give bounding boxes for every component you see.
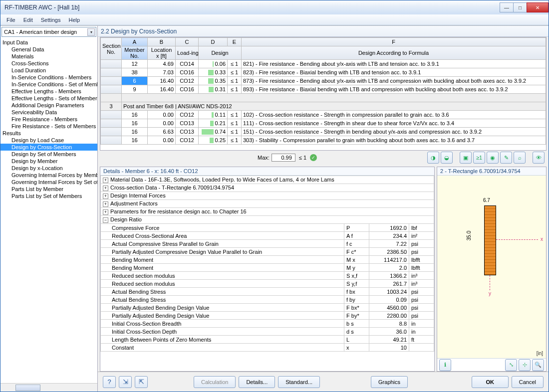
titlebar: RF-TIMBER AWC - [Hall 1b] — □ ✕ bbox=[0, 0, 549, 14]
result-toolbar: ◑ ◒ ▣ ≥1 ◉ ✎ ⌕ 👁 bbox=[427, 152, 545, 164]
max-le: ≤ 1 bbox=[297, 155, 308, 161]
menu-file[interactable]: File bbox=[2, 15, 19, 24]
tree-item[interactable]: Fire Resistance - Sets of Members bbox=[0, 123, 97, 130]
window-title: RF-TIMBER AWC - [Hall 1b] bbox=[4, 4, 79, 11]
results-grid[interactable]: SectionNo.ABCDEFMemberNo.Locationx [ft]L… bbox=[100, 37, 547, 151]
tree-item[interactable]: Parts List by Member bbox=[0, 186, 97, 193]
cs-tool-3[interactable]: 🔍 bbox=[532, 359, 544, 371]
tree-item[interactable]: Governing Internal Forces by Member bbox=[0, 172, 97, 179]
tree-item[interactable]: In-Service Conditions - Set of Members bbox=[0, 81, 97, 88]
axis-y bbox=[490, 275, 490, 290]
tree-item[interactable]: Effective Lengths - Sets of Members bbox=[0, 95, 97, 102]
graphics-button[interactable]: Graphics bbox=[371, 376, 408, 388]
chevron-down-icon: ▾ bbox=[87, 28, 95, 36]
calculation-button[interactable]: Calculation bbox=[194, 376, 236, 388]
tree-item[interactable]: Design by Cross-Section bbox=[0, 144, 97, 151]
tree-item[interactable]: In-Service Conditions - Members bbox=[0, 74, 97, 81]
toolbar-btn-4[interactable]: ≥1 bbox=[473, 152, 485, 164]
detail-row: Length Between Points of Zero MomentsL49… bbox=[101, 336, 434, 344]
max-label: Max: bbox=[258, 155, 270, 161]
cs-tool-2[interactable]: ⊹ bbox=[519, 359, 531, 371]
details-header: Details - Member 6 - x: 16.40 ft - CO12 bbox=[100, 167, 434, 176]
export-button-1[interactable]: ⇲ bbox=[119, 376, 132, 388]
nav-tree[interactable]: Input DataGeneral DataMaterialsCross-Sec… bbox=[0, 38, 97, 383]
tree-item[interactable]: Additional Design Parameters bbox=[0, 102, 97, 109]
tree-header: Input Data bbox=[0, 39, 97, 46]
section-title: 2.2 Design by Cross-Section bbox=[98, 26, 549, 37]
toolbar-btn-eye[interactable]: 👁 bbox=[533, 152, 545, 164]
toolbar-btn-2[interactable]: ◒ bbox=[441, 152, 453, 164]
collapse-icon[interactable]: − bbox=[103, 217, 108, 223]
tree-item[interactable]: Fire Resistance - Members bbox=[0, 116, 97, 123]
tree-item[interactable]: Effective Lengths - Members bbox=[0, 88, 97, 95]
cancel-button[interactable]: Cancel bbox=[512, 376, 544, 388]
export-button-2[interactable]: ⇱ bbox=[135, 376, 148, 388]
tree-item[interactable]: Parts List by Set of Members bbox=[0, 193, 97, 199]
ok-button[interactable]: OK bbox=[472, 376, 509, 388]
detail-row: Partially Adjusted Compressive Design Va… bbox=[101, 248, 434, 256]
menu-help[interactable]: Help bbox=[64, 15, 84, 24]
toolbar-btn-5[interactable]: ◉ bbox=[487, 152, 499, 164]
toolbar-btn-1[interactable]: ◑ bbox=[427, 152, 439, 164]
tree-item[interactable]: Serviceability Data bbox=[0, 109, 97, 116]
nav-scrollbar[interactable] bbox=[0, 383, 97, 392]
menu-settings[interactable]: Settings bbox=[37, 15, 65, 24]
detail-row: Reduced Cross-Sectional AreaA f234.4in² bbox=[101, 232, 434, 240]
max-value: 0.99 bbox=[272, 154, 295, 162]
details-button[interactable]: Details... bbox=[239, 376, 275, 388]
toolbar-btn-7[interactable]: ⌕ bbox=[514, 152, 526, 164]
case-combo-value: CA1 - American timber design bbox=[4, 29, 77, 35]
toolbar-btn-3[interactable]: ▣ bbox=[460, 152, 472, 164]
toolbar-btn-6[interactable]: ✎ bbox=[500, 152, 512, 164]
detail-row: Partially Adjusted Bending Design ValueF… bbox=[101, 312, 434, 320]
detail-row: Bending MomentM x114217.0lbfft bbox=[101, 256, 434, 264]
cs-height: 35.0 bbox=[466, 231, 472, 240]
cs-tool-1[interactable]: ⤡ bbox=[505, 359, 517, 371]
cross-section-panel: 2 - T-Rectangle 6.70091/34.9754 6.7 35.0… bbox=[437, 167, 547, 372]
check-ok-icon: ✓ bbox=[310, 154, 317, 161]
tree-item[interactable]: Materials bbox=[0, 53, 97, 60]
detail-row: Actual Bending Stressf by0.09psi bbox=[101, 296, 434, 304]
menu-edit[interactable]: Edit bbox=[19, 15, 37, 24]
details-body[interactable]: +Material Data - 16F-1.3E, Softwoods, Lo… bbox=[100, 176, 434, 371]
tree-item[interactable]: Cross-Sections bbox=[0, 60, 97, 67]
tree-item[interactable]: Design by Set of Members bbox=[0, 151, 97, 158]
tree-item[interactable]: Design by Member bbox=[0, 158, 97, 165]
expand-icon[interactable]: + bbox=[103, 178, 108, 183]
cs-canvas: 6.7 35.0 [in] bbox=[437, 176, 546, 358]
footer: ? ⇲ ⇱ Calculation Details... Standard...… bbox=[98, 372, 549, 392]
standard-button[interactable]: Standard... bbox=[278, 376, 320, 388]
cs-info-button[interactable]: ℹ bbox=[439, 359, 451, 371]
detail-row: Compressive ForceP1692.0lbf bbox=[101, 224, 434, 232]
tree-header: Results bbox=[0, 130, 97, 137]
cs-unit: [in] bbox=[537, 351, 543, 356]
axis-x bbox=[496, 239, 538, 240]
detail-row: Actual Compressive Stress Parallel to Gr… bbox=[101, 240, 434, 248]
expand-icon[interactable]: + bbox=[103, 194, 108, 199]
detail-row: Reduced section modulusS y,f261.7in³ bbox=[101, 280, 434, 288]
tree-item[interactable]: Design by Load Case bbox=[0, 137, 97, 144]
nav-panel: CA1 - American timber design ▾ Input Dat… bbox=[0, 26, 98, 392]
cs-header: 2 - T-Rectangle 6.70091/34.9754 bbox=[437, 167, 546, 176]
detail-row: Bending MomentM y2.0lbfft bbox=[101, 264, 434, 272]
tree-item[interactable]: Load Duration bbox=[0, 67, 97, 74]
maximize-button[interactable]: □ bbox=[513, 2, 527, 12]
detail-row: Constantx10 bbox=[101, 344, 434, 352]
minimize-button[interactable]: — bbox=[500, 2, 514, 12]
detail-row: Reduced section modulusS x,f1366.2in³ bbox=[101, 272, 434, 280]
detail-row: Partially Adjusted Bending Design ValueF… bbox=[101, 304, 434, 312]
cs-width: 6.7 bbox=[483, 197, 490, 203]
case-combo[interactable]: CA1 - American timber design ▾ bbox=[1, 27, 96, 37]
menubar: File Edit Settings Help bbox=[0, 14, 549, 25]
detail-row: Initial Cross-Section Depthd s36.0in bbox=[101, 328, 434, 336]
tree-item[interactable]: Governing Internal Forces by Set of Memb… bbox=[0, 179, 97, 186]
expand-icon[interactable]: + bbox=[103, 186, 108, 191]
close-button[interactable]: ✕ bbox=[527, 2, 549, 12]
expand-icon[interactable]: + bbox=[103, 209, 108, 215]
detail-row: Initial Cross-Section Breadthb s8.8in bbox=[101, 320, 434, 328]
help-button[interactable]: ? bbox=[103, 376, 116, 388]
tree-item[interactable]: General Data bbox=[0, 46, 97, 53]
tree-item[interactable]: Design by x-Location bbox=[0, 165, 97, 172]
expand-icon[interactable]: + bbox=[103, 201, 108, 207]
cs-shape bbox=[484, 205, 496, 275]
